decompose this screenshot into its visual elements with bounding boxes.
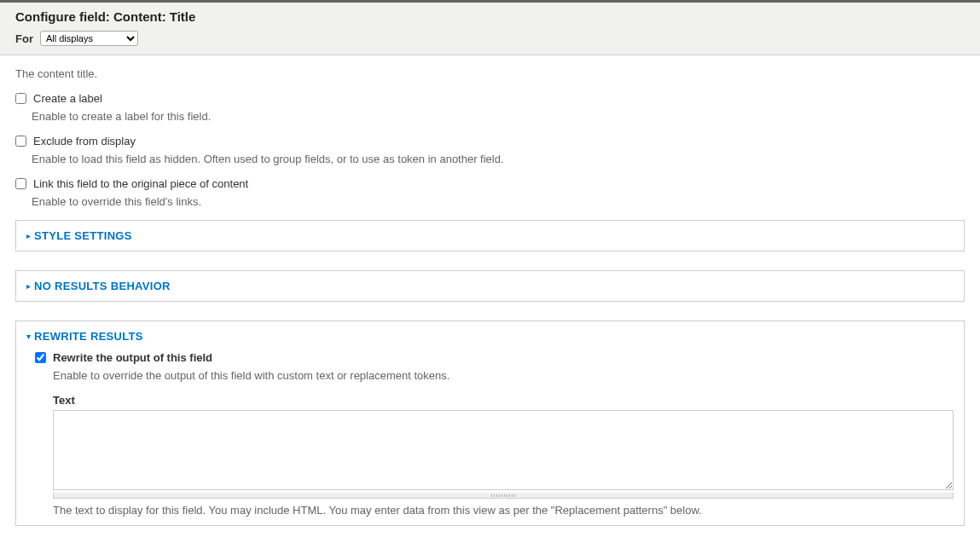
rewrite-results-toggle[interactable]: ▾ REWRITE RESULTS (26, 330, 954, 343)
option-link-original: Link this field to the original piece of… (15, 177, 965, 208)
fieldset-rewrite-results: ▾ REWRITE RESULTS Rewrite the output of … (15, 321, 965, 526)
rewrite-text-section: Text The text to display for this field.… (53, 394, 954, 517)
fieldset-no-results: ▸ NO RESULTS BEHAVIOR (15, 270, 965, 302)
rewrite-output-desc: Enable to override the output of this fi… (53, 369, 954, 382)
rewrite-output-label: Rewrite the output of this field (53, 351, 212, 364)
dialog-title: Configure field: Content: Title (15, 9, 965, 24)
configure-field-dialog: Configure field: Content: Title For All … (0, 0, 980, 543)
chevron-down-icon: ▾ (26, 332, 31, 341)
chevron-right-icon: ▸ (26, 281, 31, 291)
for-label: For (15, 32, 33, 45)
dialog-content: The content title. Create a label Enable… (0, 55, 980, 526)
rewrite-text-help: The text to display for this field. You … (53, 504, 954, 517)
create-label-checkbox[interactable] (15, 93, 26, 104)
exclude-display-desc: Enable to load this field as hidden. Oft… (32, 153, 965, 165)
option-create-label: Create a label Enable to create a label … (15, 92, 965, 123)
create-label-desc: Enable to create a label for this field. (32, 110, 965, 123)
create-label-text: Create a label (33, 92, 102, 105)
link-original-desc: Enable to override this field's links. (32, 195, 965, 208)
no-results-toggle[interactable]: ▸ NO RESULTS BEHAVIOR (26, 280, 954, 292)
for-select[interactable]: All displays (40, 31, 138, 46)
exclude-display-text: Exclude from display (33, 135, 136, 147)
for-row: For All displays (15, 31, 965, 46)
chevron-right-icon: ▸ (26, 231, 31, 240)
rewrite-text-input[interactable] (53, 410, 954, 490)
style-settings-toggle[interactable]: ▸ STYLE SETTINGS (26, 229, 954, 242)
no-results-title: NO RESULTS BEHAVIOR (34, 280, 171, 292)
dialog-header: Configure field: Content: Title For All … (0, 3, 980, 55)
rewrite-output-checkbox[interactable] (35, 352, 46, 363)
grip-icon (491, 494, 515, 497)
exclude-display-checkbox[interactable] (15, 136, 26, 147)
rewrite-results-body: Rewrite the output of this field Enable … (26, 351, 954, 517)
textarea-resize-handle[interactable] (53, 493, 954, 499)
link-original-checkbox[interactable] (15, 178, 26, 189)
rewrite-results-title: REWRITE RESULTS (34, 330, 143, 343)
style-settings-title: STYLE SETTINGS (34, 229, 132, 242)
fieldset-style-settings: ▸ STYLE SETTINGS (15, 220, 965, 251)
link-original-text: Link this field to the original piece of… (33, 177, 248, 190)
content-title-description: The content title. (15, 67, 965, 80)
rewrite-text-label: Text (53, 394, 954, 407)
option-exclude-display: Exclude from display Enable to load this… (15, 135, 965, 165)
